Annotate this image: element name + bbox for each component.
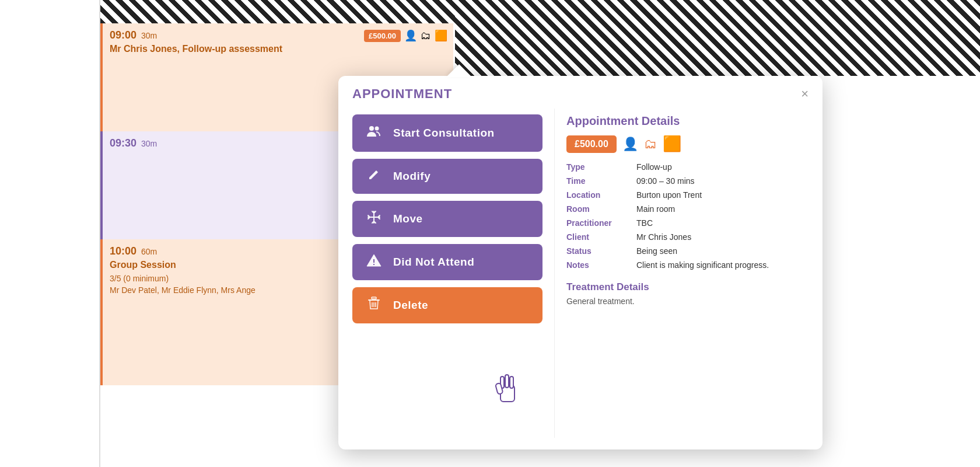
- hatch-top-right: [455, 0, 980, 76]
- status-label: Status: [566, 246, 636, 256]
- svg-rect-3: [373, 264, 374, 265]
- practitioner-label: Practitioner: [566, 218, 636, 228]
- mouse-cursor: [493, 371, 522, 406]
- move-button[interactable]: Move: [352, 201, 542, 237]
- modal-body: Start Consultation Modify Move: [338, 109, 822, 449]
- practitioner-value: TBC: [636, 218, 808, 228]
- did-not-attend-button[interactable]: Did Not Attend: [352, 244, 542, 280]
- time-label: Time: [566, 176, 636, 186]
- svg-rect-4: [368, 299, 380, 301]
- treatment-desc: General treatment.: [566, 297, 808, 306]
- svg-rect-2: [373, 259, 374, 263]
- svg-point-1: [375, 127, 379, 131]
- treatment-section-title: Treatment Details: [566, 281, 808, 293]
- client-label: Client: [566, 232, 636, 242]
- details-stack-icon: 🗂: [644, 137, 657, 152]
- details-title: Appointment Details: [566, 114, 808, 128]
- details-price-badge: £500.00: [566, 135, 617, 153]
- svg-rect-12: [510, 377, 513, 388]
- appt-price-badge: £500.00: [364, 30, 401, 42]
- modify-icon: [365, 168, 383, 184]
- modify-label: Modify: [393, 170, 430, 183]
- svg-rect-11: [505, 375, 509, 388]
- move-icon: [365, 210, 383, 228]
- modify-button[interactable]: Modify: [352, 159, 542, 194]
- did-not-attend-label: Did Not Attend: [393, 256, 474, 269]
- start-consultation-button[interactable]: Start Consultation: [352, 114, 542, 152]
- close-button[interactable]: ×: [801, 88, 808, 100]
- type-label: Type: [566, 162, 636, 172]
- room-label: Room: [566, 204, 636, 214]
- move-label: Move: [393, 212, 423, 225]
- modal-caret: [446, 64, 472, 77]
- notes-value: Client is making significant progress.: [636, 260, 808, 270]
- appointment-1-badges: £500.00 👤 🗂 🟧: [364, 29, 447, 42]
- modal-header: APPOINTMENT ×: [338, 76, 822, 109]
- delete-icon: [365, 297, 383, 314]
- time-value: 09:00 – 30 mins: [636, 176, 808, 186]
- notes-label: Notes: [566, 260, 636, 270]
- location-value: Burton upon Trent: [636, 190, 808, 200]
- status-value: Being seen: [636, 246, 808, 256]
- hatch-top-left: [99, 0, 455, 23]
- file-icon: 🟧: [435, 29, 447, 42]
- svg-point-0: [369, 126, 374, 131]
- person-icon: 👤: [404, 29, 417, 42]
- modal-title: APPOINTMENT: [352, 86, 452, 102]
- svg-rect-5: [372, 297, 376, 299]
- start-consultation-icon: [365, 124, 383, 142]
- did-not-attend-icon: [365, 253, 383, 271]
- details-person-icon: 👤: [622, 137, 638, 152]
- stack-icon: 🗂: [421, 30, 431, 42]
- details-file-icon: 🟧: [663, 135, 681, 153]
- delete-label: Delete: [393, 299, 428, 312]
- details-grid: Type Follow-up Time 09:00 – 30 mins Loca…: [566, 162, 808, 270]
- details-badges: £500.00 👤 🗂 🟧: [566, 135, 808, 153]
- type-value: Follow-up: [636, 162, 808, 172]
- appointment-modal: APPOINTMENT × Start Consultation: [338, 76, 822, 449]
- modal-details-panel: Appointment Details £500.00 👤 🗂 🟧 Type F…: [554, 109, 822, 438]
- start-consultation-label: Start Consultation: [393, 127, 495, 140]
- delete-button[interactable]: Delete: [352, 287, 542, 323]
- appt-1-title: Mr Chris Jones, Follow-up assessment: [103, 41, 453, 57]
- client-value: Mr Chris Jones: [636, 232, 808, 242]
- location-label: Location: [566, 190, 636, 200]
- room-value: Main room: [636, 204, 808, 214]
